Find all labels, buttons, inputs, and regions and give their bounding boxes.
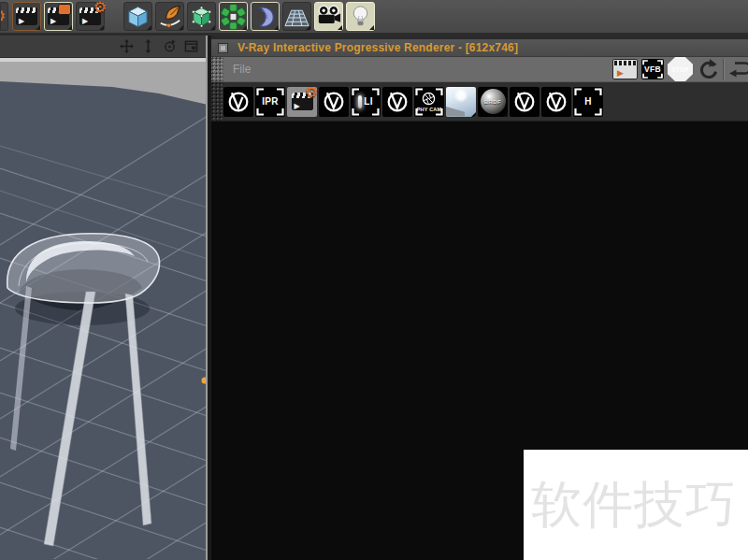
floor-button[interactable] bbox=[282, 2, 311, 31]
physical-camera-button[interactable]: PHY CAM bbox=[414, 87, 444, 117]
rotate-icon[interactable] bbox=[163, 39, 177, 53]
stop-label: STOP bbox=[671, 66, 688, 73]
history-button[interactable]: H bbox=[573, 87, 603, 117]
light-plane-icon bbox=[358, 95, 362, 108]
vray-logo-icon bbox=[225, 89, 252, 115]
render-to-picture-viewer-button[interactable] bbox=[44, 2, 73, 31]
pen-icon bbox=[156, 3, 183, 31]
li-label: LI bbox=[364, 96, 373, 107]
render-view-button[interactable] bbox=[12, 2, 41, 31]
pan-icon[interactable] bbox=[120, 39, 134, 53]
h-label: H bbox=[584, 96, 592, 107]
stop-button[interactable]: STOP bbox=[668, 57, 693, 81]
light-bulb-icon bbox=[347, 3, 374, 31]
ipr-button[interactable]: IPR bbox=[255, 87, 285, 117]
vfb-toggle-button[interactable]: VFB bbox=[641, 59, 664, 79]
maximize-icon[interactable] bbox=[184, 39, 198, 53]
viewport-header bbox=[0, 36, 206, 58]
gear-icon: ⚙ bbox=[305, 87, 317, 100]
vfb-titlebar[interactable]: V-Ray Interactive Progressive Renderer -… bbox=[211, 39, 748, 57]
return-arrow-icon bbox=[728, 58, 748, 80]
bend-deformer-button[interactable] bbox=[251, 2, 280, 31]
make-editable-button[interactable] bbox=[187, 2, 216, 31]
vray-tool-button[interactable] bbox=[510, 87, 539, 117]
viewport-panel bbox=[0, 36, 208, 560]
cube-icon bbox=[124, 3, 151, 31]
menubar-buttons: VFB STOP bbox=[612, 57, 748, 81]
light-button[interactable] bbox=[346, 2, 375, 31]
aperture-wrap: PHY CAM bbox=[417, 92, 442, 112]
camera-button[interactable] bbox=[314, 2, 343, 31]
cloner-icon bbox=[220, 3, 247, 31]
window-title: V-Ray Interactive Progressive Renderer -… bbox=[237, 41, 518, 54]
dolly-icon[interactable] bbox=[141, 39, 155, 53]
vray-light-button[interactable]: LI bbox=[351, 87, 381, 117]
menu-file[interactable]: File bbox=[233, 63, 251, 76]
scene-3d bbox=[0, 58, 206, 559]
gear-icon: ⚙ bbox=[94, 0, 107, 15]
vray-logo-icon bbox=[511, 89, 538, 115]
window-icon bbox=[218, 43, 228, 53]
vray-options-button[interactable] bbox=[223, 87, 253, 117]
add-cube-button[interactable] bbox=[123, 2, 152, 31]
vray-logo-icon bbox=[384, 89, 410, 115]
vray-logo-icon bbox=[543, 89, 569, 115]
chrome-sphere-icon: BRDF bbox=[481, 89, 506, 114]
separator bbox=[723, 58, 725, 80]
vray-tool-button-2[interactable] bbox=[541, 87, 571, 117]
render-settings-button[interactable]: ⚙ bbox=[76, 2, 105, 31]
refresh-button[interactable] bbox=[697, 58, 719, 80]
vfb-toolbar: IPR ⚙ LI bbox=[211, 82, 748, 122]
editable-cube-icon bbox=[188, 3, 215, 31]
camera-icon bbox=[315, 3, 342, 31]
drag-grip[interactable] bbox=[211, 57, 223, 81]
vfb-menubar: File VFB STOP bbox=[211, 57, 748, 82]
sun-icon bbox=[453, 88, 468, 103]
render-settings-button[interactable]: ⚙ bbox=[287, 87, 317, 117]
vray-logo-icon bbox=[321, 89, 347, 115]
phy-cam-label: PHY CAM bbox=[417, 107, 442, 112]
gear-icon: ⚙ bbox=[0, 8, 6, 24]
floor-grid-icon bbox=[283, 3, 310, 31]
aperture-icon bbox=[422, 92, 436, 106]
watermark-block: 软件技巧 bbox=[524, 450, 748, 560]
deformer-icon bbox=[252, 3, 279, 31]
brdf-label: BRDF bbox=[484, 99, 501, 105]
partial-gear-icon[interactable]: ⚙ bbox=[0, 2, 8, 31]
swap-ab-button[interactable] bbox=[728, 58, 748, 80]
pen-spline-button[interactable] bbox=[155, 2, 184, 31]
vray-material-button[interactable] bbox=[319, 87, 349, 117]
render-button[interactable] bbox=[612, 59, 638, 79]
drag-grip[interactable] bbox=[211, 82, 223, 121]
vfb-label: VFB bbox=[644, 65, 661, 74]
viewport-canvas[interactable] bbox=[0, 58, 206, 559]
clapperboard-icon bbox=[16, 7, 37, 25]
main-toolbar: ⚙ ⚙ bbox=[0, 0, 748, 36]
ipr-label: IPR bbox=[262, 96, 279, 107]
vray-object-button[interactable] bbox=[382, 87, 412, 117]
brdf-material-button[interactable]: BRDF bbox=[478, 87, 508, 117]
screen: ⚙ ⚙ bbox=[0, 0, 748, 560]
sun-sky-button[interactable] bbox=[446, 87, 476, 117]
mograph-cloner-button[interactable] bbox=[219, 2, 248, 31]
picture-icon bbox=[58, 4, 71, 15]
watermark-text: 软件技巧 bbox=[531, 471, 737, 539]
